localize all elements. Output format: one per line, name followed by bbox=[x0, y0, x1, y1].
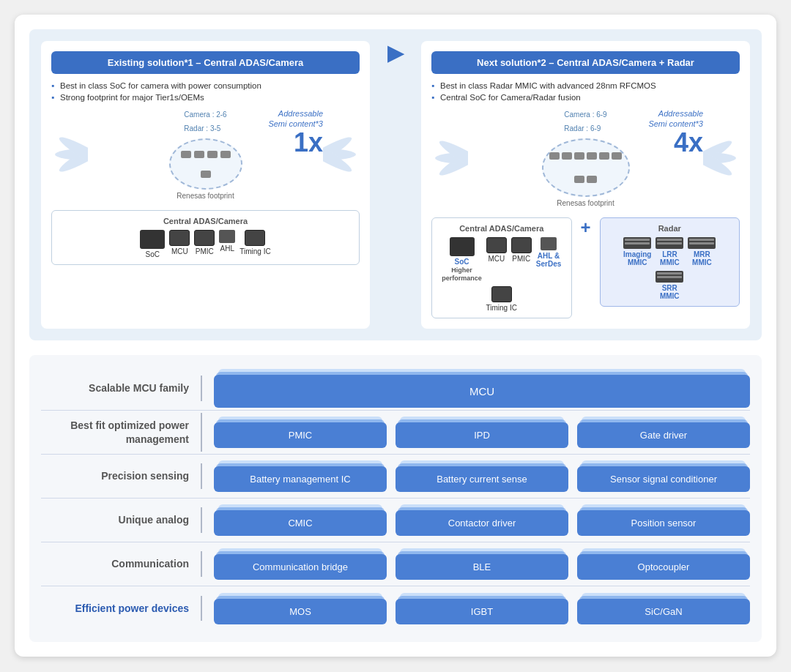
next-soc: SoCHigherperformance bbox=[442, 237, 482, 282]
analog-row-label: Unique analog bbox=[41, 507, 202, 532]
gate-driver-cell: Gate driver bbox=[577, 422, 750, 448]
power-devices-row-label: Efficient power devices bbox=[41, 596, 202, 621]
mcu-row-label: Scalable MCU family bbox=[41, 376, 202, 400]
next-bullet-2: Central SoC for Camera/Radar fusion bbox=[431, 93, 740, 102]
mcu-label: MCU bbox=[171, 247, 188, 255]
comp-item-mcu: MCU bbox=[169, 230, 190, 258]
next-radar-label: Radar : 6-9 bbox=[564, 123, 606, 134]
sensor-signal-cell: Sensor signal conditioner bbox=[577, 466, 750, 492]
next-mcu-label: MCU bbox=[488, 255, 505, 263]
next-soc-icon bbox=[450, 237, 475, 256]
main-container: Existing solution*1 – Central ADAS/Camer… bbox=[15, 15, 776, 657]
chip-icon-3 bbox=[207, 151, 218, 158]
srr-line-2 bbox=[657, 276, 682, 278]
imaging-mmic-icon bbox=[623, 237, 651, 249]
next-chip-8 bbox=[587, 176, 597, 183]
next-soc-label: SoCHigherperformance bbox=[442, 258, 482, 282]
next-chip-5 bbox=[599, 152, 609, 160]
comp-item-soc: SoC bbox=[140, 230, 165, 258]
mcu-card: MCU bbox=[214, 375, 750, 408]
radar-group-title: Radar bbox=[608, 224, 732, 233]
comm-bridge-card: Communication bridge bbox=[214, 554, 387, 580]
existing-adas-group: Central ADAS/Camera SoC MCU PMIC bbox=[51, 210, 360, 265]
ahl-label: AHL bbox=[220, 244, 234, 253]
contactor-cell: Contactor driver bbox=[396, 510, 568, 536]
mos-cell: MOS bbox=[214, 599, 387, 624]
product-table: Scalable MCU family MCU Best fit optimiz… bbox=[41, 367, 750, 630]
existing-diagram-area: Camera : 2-6 Radar : 3-5 Addressable Sem… bbox=[51, 109, 360, 200]
next-fan-right-icon bbox=[703, 129, 740, 187]
next-pmic-label: PMIC bbox=[512, 255, 530, 263]
existing-diagram-center: Camera : 2-6 Radar : 3-5 Addressable Sem… bbox=[88, 109, 323, 200]
contactor-card: Contactor driver bbox=[396, 510, 568, 536]
gate-driver-card: Gate driver bbox=[577, 422, 750, 448]
comp-item-ahl: AHL bbox=[219, 230, 235, 258]
existing-radar-label: Radar : 3-5 bbox=[184, 123, 226, 134]
ble-card: BLE bbox=[396, 554, 568, 580]
next-solution-box: Next solution*2 – Central ADAS/Camera + … bbox=[421, 41, 750, 329]
power-devices-row-cells: MOS IGBT SiC/GaN bbox=[214, 593, 750, 624]
existing-solution-box: Existing solution*1 – Central ADAS/Camer… bbox=[41, 41, 370, 329]
mrr-mmic: MRRMMIC bbox=[688, 237, 716, 266]
next-chip-6 bbox=[612, 152, 622, 160]
next-fan-left-icon bbox=[431, 129, 468, 187]
sensing-row-cells: Battery management IC Battery current se… bbox=[214, 460, 750, 492]
next-camera-label: Camera : 6-9 bbox=[564, 109, 606, 120]
mrr-line-2 bbox=[689, 242, 714, 244]
position-sensor-card: Position sensor bbox=[577, 510, 750, 536]
existing-multiplier: 1x bbox=[294, 130, 323, 156]
ble-cell: BLE bbox=[396, 554, 568, 580]
battery-mgmt-cell: Battery management IC bbox=[214, 466, 387, 492]
lrr-line-1 bbox=[657, 239, 682, 241]
position-sensor-cell: Position sensor bbox=[577, 510, 750, 536]
next-multiplier: 4x bbox=[674, 130, 703, 156]
srr-line-1 bbox=[657, 272, 682, 275]
mrr-mmic-label: MRRMMIC bbox=[692, 250, 712, 266]
power-devices-row: Efficient power devices MOS IGBT bbox=[41, 586, 750, 630]
next-chip-4 bbox=[587, 152, 597, 160]
radar-comp-items: ImagingMMIC LRRMMIC bbox=[608, 237, 732, 300]
next-addressable-label: Addressable bbox=[658, 109, 703, 118]
next-chip-2 bbox=[562, 152, 572, 160]
igbt-card: IGBT bbox=[396, 599, 568, 624]
pmic-card: PMIC bbox=[214, 422, 387, 448]
transition-arrow-icon: ▶ bbox=[382, 41, 409, 329]
battery-mgmt-card: Battery management IC bbox=[214, 466, 387, 492]
ipd-card: IPD bbox=[396, 422, 568, 448]
pmic-chip-icon bbox=[194, 230, 215, 246]
comm-bridge-cell: Communication bridge bbox=[214, 554, 387, 580]
lrr-mmic-label: LRRMMIC bbox=[660, 250, 680, 266]
mos-card: MOS bbox=[214, 599, 387, 624]
lrr-mmic-icon bbox=[656, 237, 683, 249]
next-chip-3 bbox=[574, 152, 584, 160]
existing-fan-left-icon bbox=[51, 125, 88, 184]
next-pmic: PMIC bbox=[511, 237, 532, 282]
soc-label: SoC bbox=[146, 250, 160, 258]
ahl-chip-icon bbox=[219, 230, 235, 243]
analog-row: Unique analog CMIC Contactor driver bbox=[41, 499, 750, 542]
existing-bullet-2: Strong footprint for major Tier1s/OEMs bbox=[51, 93, 360, 102]
comm-row: Communication Communication bridge BLE bbox=[41, 542, 750, 586]
sicgan-cell: SiC/GaN bbox=[577, 599, 750, 624]
sensor-signal-card: Sensor signal conditioner bbox=[577, 466, 750, 492]
next-diagram-area: Camera : 6-9 Radar : 6-9 Addressable Sem… bbox=[431, 109, 740, 207]
top-section: Existing solution*1 – Central ADAS/Camer… bbox=[29, 29, 762, 340]
next-timing-label: Timing IC bbox=[486, 304, 517, 312]
chip-icon-2 bbox=[194, 151, 204, 158]
timing-label: Timing IC bbox=[239, 247, 270, 255]
next-adas-group: Central ADAS/Camera SoCHigherperformance… bbox=[431, 217, 572, 318]
radar-line-2 bbox=[625, 242, 650, 244]
existing-solution-header: Existing solution*1 – Central ADAS/Camer… bbox=[51, 51, 360, 74]
existing-bullet-1: Best in class SoC for camera with power … bbox=[51, 81, 360, 90]
next-footprint-label: Renesas footprint bbox=[557, 199, 614, 207]
existing-adas-group-title: Central ADAS/Camera bbox=[59, 217, 352, 225]
optocoupler-card: Optocoupler bbox=[577, 554, 750, 580]
existing-footprint-circle bbox=[169, 138, 242, 190]
imaging-mmic: ImagingMMIC bbox=[623, 237, 651, 266]
mcu-row-cells: MCU bbox=[214, 369, 750, 408]
next-timing: Timing IC bbox=[486, 286, 517, 312]
existing-fan-right-icon bbox=[323, 125, 360, 184]
pmic-cell: PMIC bbox=[214, 422, 387, 448]
imaging-mmic-label: ImagingMMIC bbox=[623, 250, 651, 266]
mrr-line-1 bbox=[689, 239, 714, 241]
